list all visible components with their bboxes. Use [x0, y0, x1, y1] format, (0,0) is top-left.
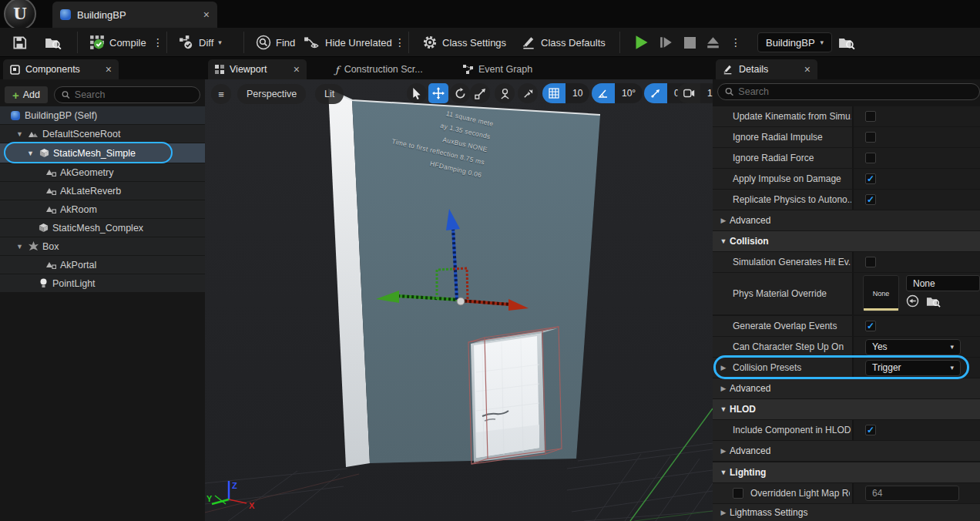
lit-mode-button[interactable]: Lit	[315, 84, 344, 104]
tab-components[interactable]: Components ×	[3, 59, 119, 79]
lighting-section-header[interactable]: ▼ Lighting	[713, 462, 980, 482]
scale-tool-button[interactable]	[470, 83, 490, 103]
rotation-snap-value[interactable]: 10°	[615, 83, 643, 103]
collision-section-header[interactable]: ▼ Collision	[713, 231, 980, 251]
hlod-section-header[interactable]: ▼ HLOD	[713, 399, 980, 419]
tree-item-akgeometry[interactable]: AkGeometry	[0, 163, 205, 181]
diff-button[interactable]: Diff ▾	[179, 28, 222, 57]
class-defaults-label: Class Defaults	[541, 37, 606, 49]
checkbox-checked[interactable]: ✓	[865, 425, 876, 435]
gizmo-center[interactable]	[457, 297, 465, 305]
expander-icon[interactable]: ▶	[717, 509, 730, 516]
scale-snap-icon[interactable]	[644, 83, 667, 103]
play-options-button[interactable]: ⋮	[730, 36, 741, 49]
eject-button[interactable]	[706, 36, 720, 49]
close-icon[interactable]: ×	[106, 64, 112, 75]
property-row: Ignore Radial Force	[713, 148, 980, 168]
components-tabstrip: Components ×	[0, 57, 205, 79]
compile-button[interactable]: Compile	[89, 28, 146, 57]
advanced-group-row[interactable]: ▶ Advanced	[713, 210, 980, 230]
stop-button[interactable]	[684, 37, 696, 49]
debug-object-select[interactable]: BuildingBP ▾	[757, 32, 832, 52]
add-component-button[interactable]: + Add	[5, 86, 48, 103]
close-icon[interactable]: ×	[294, 64, 300, 75]
property-row: Replicate Physics to Autono... ✓	[713, 190, 980, 210]
perspective-button[interactable]: Perspective	[237, 84, 306, 104]
tab-details[interactable]: Details ×	[716, 59, 817, 79]
components-search-input[interactable]	[75, 89, 193, 100]
tree-item-aklatereverb[interactable]: AkLateReverb	[0, 182, 205, 200]
asset-thumbnail[interactable]: None	[863, 275, 899, 311]
lightmap-res-field[interactable]: 64	[865, 486, 959, 501]
move-tool-button[interactable]	[428, 83, 448, 103]
browse-debug-object-button[interactable]	[838, 28, 855, 57]
tree-item-self[interactable]: BuildingBP (Self)	[0, 106, 205, 124]
asset-tab-buildingbp[interactable]: BuildingBP ×	[52, 2, 217, 28]
hide-unrelated-options-button[interactable]: ⋮	[394, 28, 405, 57]
advanced-group-row[interactable]: ▶ Advanced	[713, 378, 980, 398]
unreal-logo: U	[4, 0, 36, 30]
checkbox-checked[interactable]: ✓	[865, 321, 876, 331]
checkbox[interactable]	[865, 132, 876, 143]
tab-event-graph[interactable]: Event Graph	[456, 59, 541, 79]
checkbox-checked[interactable]: ✓	[865, 173, 876, 184]
tree-item-pointlight[interactable]: PointLight	[0, 274, 205, 292]
angle-snap-icon[interactable]	[592, 83, 615, 103]
compile-options-button[interactable]: ⋮	[153, 28, 163, 57]
class-settings-button[interactable]: Class Settings	[422, 28, 506, 57]
expander-icon[interactable]: ▼	[717, 405, 730, 413]
class-defaults-button[interactable]: Class Defaults	[521, 28, 606, 57]
grid-snap-value[interactable]: 10	[566, 83, 589, 103]
checkbox[interactable]	[733, 488, 743, 499]
expander-icon[interactable]: ▼	[717, 237, 730, 245]
tree-item-akportal[interactable]: AkPortal	[0, 256, 205, 274]
tree-item-defaultsceneroot[interactable]: ▼ DefaultSceneRoot	[0, 125, 205, 143]
checkbox[interactable]	[865, 153, 876, 163]
expander-icon[interactable]: ▶	[717, 447, 730, 455]
frame-skip-button[interactable]	[659, 35, 673, 49]
save-button[interactable]	[12, 28, 27, 57]
hide-unrelated-icon	[304, 35, 321, 50]
play-button[interactable]	[635, 35, 649, 50]
tree-item-staticmesh-complex[interactable]: StaticMesh_Complex	[0, 219, 205, 237]
advanced-group-row[interactable]: ▶ Advanced	[713, 441, 980, 461]
camera-icon[interactable]	[677, 83, 700, 103]
use-selected-icon[interactable]	[906, 294, 919, 308]
tab-viewport[interactable]: Viewport ×	[208, 59, 307, 79]
construction-tab-label: Construction Scr...	[344, 64, 423, 75]
find-button[interactable]: Find	[256, 28, 295, 57]
hide-unrelated-button[interactable]: Hide Unrelated	[304, 28, 392, 57]
lightmass-settings-row[interactable]: ▶ Lightmass Settings	[713, 504, 980, 521]
close-icon[interactable]: ×	[203, 9, 210, 20]
camera-speed-control[interactable]: 1	[677, 83, 713, 103]
details-search-input[interactable]	[738, 86, 972, 97]
surface-snapping-button[interactable]	[518, 83, 538, 103]
close-icon[interactable]: ×	[804, 64, 811, 75]
details-search[interactable]	[717, 83, 980, 100]
camera-speed-value[interactable]: 1	[700, 83, 713, 103]
expander-icon[interactable]: ▶	[717, 385, 730, 392]
grid-snap-control[interactable]: 10	[542, 83, 589, 103]
select-tool-button[interactable]	[407, 83, 427, 103]
expander-icon[interactable]: ▼	[15, 243, 24, 250]
browse-to-asset-button[interactable]	[45, 28, 62, 57]
expander-icon[interactable]: ▼	[717, 469, 730, 476]
coordinate-space-button[interactable]	[495, 83, 515, 103]
viewport-menu-button[interactable]: ≡	[211, 84, 231, 104]
rotate-tool-button[interactable]	[450, 83, 470, 103]
phys-material-dropdown[interactable]: None	[906, 275, 980, 291]
tab-construction-script[interactable]: ƒ Construction Scr...	[328, 59, 444, 79]
rotation-snap-control[interactable]: 10°	[592, 83, 643, 103]
checkbox[interactable]	[865, 257, 876, 267]
grid-snap-icon[interactable]	[542, 83, 566, 103]
checkbox[interactable]	[865, 111, 876, 122]
expander-icon[interactable]: ▶	[717, 217, 730, 224]
tree-item-box[interactable]: ▼ Box	[0, 237, 205, 255]
components-search[interactable]	[54, 86, 200, 103]
tree-item-akroom[interactable]: AkRoom	[0, 200, 205, 218]
step-up-dropdown[interactable]: Yes▾	[865, 339, 961, 355]
browse-asset-icon[interactable]	[926, 295, 941, 308]
viewport-3d-scene[interactable]: Z Y X 11 square mete ay 1.35 seconds Aux…	[205, 79, 713, 521]
checkbox-checked[interactable]: ✓	[865, 194, 876, 205]
expander-icon[interactable]: ▼	[15, 130, 24, 138]
